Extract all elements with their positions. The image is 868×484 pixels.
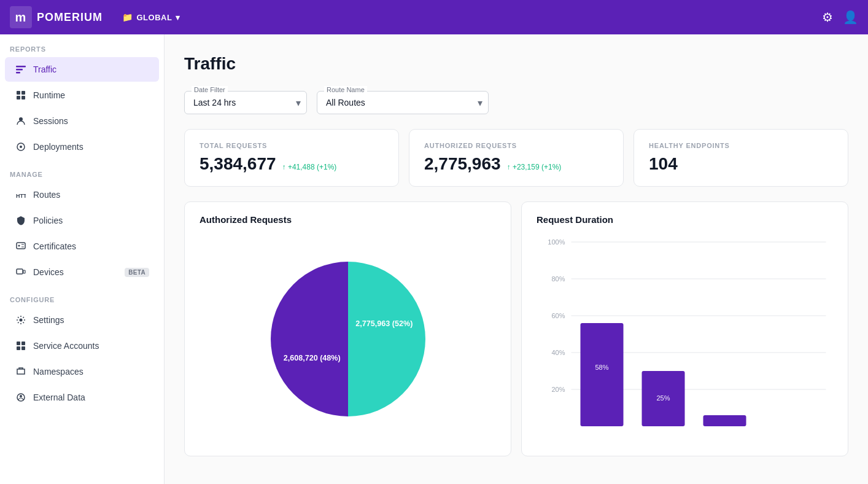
sidebar-item-namespaces-label: Namespaces xyxy=(33,367,83,377)
sidebar-item-external-data-label: External Data xyxy=(33,392,85,402)
svg-text:58%: 58% xyxy=(595,364,608,371)
logo-text: POMERIUM xyxy=(37,11,103,24)
svg-text:80%: 80% xyxy=(551,275,565,283)
pie-chart-title: Authorized Requests xyxy=(200,214,496,225)
svg-text:40%: 40% xyxy=(551,349,565,356)
svg-rect-13 xyxy=(17,243,25,249)
sidebar-item-policies[interactable]: Policies xyxy=(5,208,159,233)
sidebar-item-external-data[interactable]: External Data xyxy=(5,385,159,410)
global-selector[interactable]: 📁 GLOBAL ▾ xyxy=(122,12,180,22)
svg-rect-16 xyxy=(23,270,25,273)
svg-rect-21 xyxy=(21,346,25,350)
total-requests-label: TOTAL REQUESTS xyxy=(200,142,384,149)
svg-rect-2 xyxy=(16,66,26,68)
svg-point-14 xyxy=(18,245,20,247)
sidebar-item-settings-label: Settings xyxy=(33,315,64,325)
authorized-requests-value: 2,775,963 ↑ +23,159 (+1%) xyxy=(424,154,608,174)
route-filter-wrap: Route Name All Routes ▾ xyxy=(317,91,489,114)
svg-text:2,775,963 (52%): 2,775,963 (52%) xyxy=(355,319,413,328)
stats-row: TOTAL REQUESTS 5,384,677 ↑ +41,488 (+1%)… xyxy=(184,129,848,187)
sidebar-item-settings[interactable]: Settings xyxy=(5,308,159,332)
sessions-icon xyxy=(15,115,27,127)
sidebar-item-routes-label: Routes xyxy=(33,190,60,200)
healthy-endpoints-label: HEALTHY ENDPOINTS xyxy=(649,142,833,149)
devices-beta-badge: BETA xyxy=(125,268,149,277)
configure-section-label: CONFIGURE xyxy=(0,285,164,307)
folder-icon: 📁 xyxy=(122,12,133,22)
svg-point-17 xyxy=(20,319,23,322)
namespaces-icon xyxy=(15,365,27,378)
bar-chart-container: 100% 80% 60% 40% 20% 58% xyxy=(537,235,833,443)
settings-button[interactable]: ⚙ xyxy=(822,10,833,25)
svg-rect-40 xyxy=(703,415,746,426)
request-duration-chart: Request Duration 100% 80% 60% 40% 20% xyxy=(521,201,848,456)
svg-text:25%: 25% xyxy=(656,394,670,402)
svg-rect-36 xyxy=(581,323,624,426)
sidebar-item-namespaces[interactable]: Namespaces xyxy=(5,359,159,384)
pie-chart-svg: 2,608,720 (48%) 2,775,963 (52%) xyxy=(262,253,434,425)
sidebar-item-sessions-label: Sessions xyxy=(33,116,68,126)
date-filter-wrap: Date Filter Last 24 hrs Last 7 days Last… xyxy=(184,91,307,114)
svg-rect-15 xyxy=(17,269,23,274)
svg-point-9 xyxy=(19,117,23,121)
sidebar-item-deployments[interactable]: Deployments xyxy=(5,135,159,159)
sidebar-item-routes[interactable]: HTTP Routes xyxy=(5,182,159,207)
svg-rect-4 xyxy=(16,72,20,74)
route-filter-select[interactable]: All Routes xyxy=(317,91,489,114)
sidebar-item-runtime[interactable]: Runtime xyxy=(5,83,159,107)
devices-icon xyxy=(15,266,27,278)
sidebar-item-traffic[interactable]: Traffic xyxy=(5,57,159,82)
stat-card-authorized-requests: AUTHORIZED REQUESTS 2,775,963 ↑ +23,159 … xyxy=(409,129,624,187)
reports-section-label: REPORTS xyxy=(0,34,164,57)
stat-card-total-requests: TOTAL REQUESTS 5,384,677 ↑ +41,488 (+1%) xyxy=(184,129,399,187)
svg-rect-18 xyxy=(17,342,20,345)
app-body: REPORTS Traffic Runtime Sessions xyxy=(0,34,868,484)
pie-chart-container: 2,608,720 (48%) 2,775,963 (52%) xyxy=(200,235,496,443)
sidebar: REPORTS Traffic Runtime Sessions xyxy=(0,34,165,484)
stat-card-healthy-endpoints: HEALTHY ENDPOINTS 104 xyxy=(634,129,848,187)
svg-rect-20 xyxy=(17,346,20,350)
sidebar-item-service-accounts-label: Service Accounts xyxy=(33,341,99,351)
svg-rect-19 xyxy=(21,342,25,345)
user-button[interactable]: 👤 xyxy=(843,10,858,25)
bar-chart-svg: 100% 80% 60% 40% 20% 58% xyxy=(537,235,833,431)
authorized-requests-delta: ↑ +23,159 (+1%) xyxy=(507,163,562,171)
svg-point-23 xyxy=(20,395,22,397)
sidebar-item-sessions[interactable]: Sessions xyxy=(5,109,159,133)
svg-rect-7 xyxy=(17,96,20,100)
authorized-requests-label: AUTHORIZED REQUESTS xyxy=(424,142,608,149)
svg-text:20%: 20% xyxy=(551,386,565,393)
traffic-icon xyxy=(15,63,27,76)
routes-icon: HTTP xyxy=(15,189,27,201)
chevron-down-icon: ▾ xyxy=(176,13,180,22)
filters-row: Date Filter Last 24 hrs Last 7 days Last… xyxy=(184,91,848,114)
route-filter-label: Route Name xyxy=(324,86,367,93)
svg-point-11 xyxy=(20,146,22,148)
sidebar-item-deployments-label: Deployments xyxy=(33,142,83,152)
svg-rect-8 xyxy=(21,96,25,100)
sidebar-item-certificates[interactable]: Certificates xyxy=(5,234,159,259)
settings-nav-icon xyxy=(15,314,27,326)
sidebar-item-traffic-label: Traffic xyxy=(33,64,56,74)
date-filter-select[interactable]: Last 24 hrs Last 7 days Last 30 days xyxy=(184,91,307,114)
sidebar-item-devices[interactable]: Devices BETA xyxy=(5,260,159,284)
healthy-endpoints-value: 104 xyxy=(649,154,833,174)
manage-section-label: MANAGE xyxy=(0,160,164,182)
main-content: Traffic Date Filter Last 24 hrs Last 7 d… xyxy=(165,34,868,484)
runtime-icon xyxy=(15,89,27,101)
logo: m POMERIUM xyxy=(10,6,103,28)
topnav: m POMERIUM 📁 GLOBAL ▾ ⚙ 👤 xyxy=(0,0,868,34)
charts-row: Authorized Requests 2,608,720 (48%) 2,77… xyxy=(184,201,848,456)
svg-text:HTTP: HTTP xyxy=(16,193,26,199)
svg-rect-3 xyxy=(16,69,23,71)
sidebar-item-service-accounts[interactable]: Service Accounts xyxy=(5,334,159,358)
svg-rect-6 xyxy=(21,91,25,95)
page-title: Traffic xyxy=(184,54,848,74)
date-filter-label: Date Filter xyxy=(192,86,228,93)
service-accounts-icon xyxy=(15,340,27,352)
authorized-requests-chart: Authorized Requests 2,608,720 (48%) 2,77… xyxy=(184,201,511,456)
sidebar-item-certificates-label: Certificates xyxy=(33,241,76,251)
svg-text:m: m xyxy=(15,10,27,24)
policies-icon xyxy=(15,214,27,227)
total-requests-delta: ↑ +41,488 (+1%) xyxy=(282,163,337,171)
